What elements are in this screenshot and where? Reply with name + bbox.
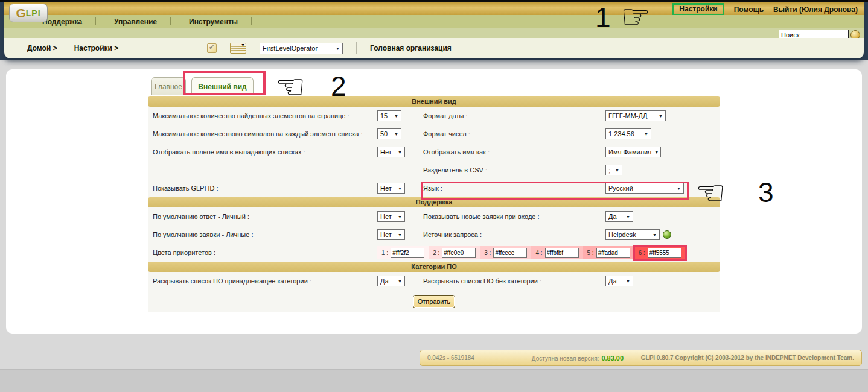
form-row: По умолчанию заявки - Личные : Нет Источ… [148,226,720,244]
priority-color-input-1[interactable] [391,248,424,258]
show-glpi-id-select[interactable]: Нет [377,183,405,194]
footer-new-version-number: 0.83.00 [601,355,624,362]
content-panel: Главное Внешний вид Внешний вид Максимал… [6,69,862,334]
priority-colors-label: Цвета приоритетов : [153,249,377,256]
field-label: Максимальное количество найденных элемен… [153,112,377,119]
footer-copyright: GLPI 0.80.7 Copyright (C) 2003-2012 by t… [641,355,854,361]
annotation-step-2: 2 [331,72,346,100]
glpi-logo-g: G [16,6,25,21]
request-source-select[interactable]: Helpdesk [605,229,660,240]
field-label: Отображать имя как : [423,148,605,156]
priority-swatch-6: 6 : [634,246,686,259]
field-label: По умолчанию ответ - Личный : [153,213,377,220]
entity-name: Головная организация [370,44,452,52]
name-display-select[interactable]: Имя Фамилия [605,147,661,157]
csv-separator-select[interactable]: ; [605,165,622,175]
menu-item-management[interactable]: Управление [109,17,170,26]
breadcrumb: Домой > Настройки > [27,44,118,52]
glpi-settings-page: Настройки Помощь Выйти (Юлия Дронова) По… [0,0,868,392]
submit-button[interactable]: Отправить [413,295,456,308]
menu-separator [251,17,252,25]
priority-colors-row: Цвета приоритетов : 1 : 2 : 3 : [148,244,720,262]
pointing-hand-left-icon: ☜ [275,70,305,104]
menu-separator [170,17,171,25]
list-limit-select[interactable]: 15 [377,110,401,121]
priority-color-input-3[interactable] [493,248,527,258]
menu-bar: Поддержка Управление Инструменты [4,15,864,28]
show-new-tickets-select[interactable]: Да [605,211,633,222]
field-label: Отображать полное имя в выпадающих списк… [153,148,377,156]
breadcrumb-settings[interactable]: Настройки > [74,44,119,52]
header-panel: Настройки Помощь Выйти (Юлия Дронова) По… [4,2,864,58]
priority-color-input-5[interactable] [596,248,630,258]
main-menu: Поддержка Управление Инструменты [37,17,265,26]
priority-color-input-2[interactable] [442,248,476,258]
text-limit-select[interactable]: 50 [377,128,401,139]
field-label: Показывать GLPI ID : [153,185,377,192]
check-icon[interactable] [207,43,217,53]
sub-bar [4,28,864,38]
field-label: Показывать новые заявки при входе : [423,213,605,220]
priority-color-input-6[interactable] [648,248,681,258]
bottom-strip [0,369,868,392]
field-label: Раскрывать список ПО принадлежащее катег… [153,277,377,285]
pointing-hand-right-icon: ☞ [621,0,651,34]
field-label: Формат чисел : [423,130,605,138]
field-label: Разделитель в CSV : [423,166,605,174]
private-tickets-select[interactable]: Нет [377,229,405,240]
settings-form: Внешний вид Максимальное количество найд… [148,96,720,312]
glpi-logo[interactable]: G LPI [9,4,48,22]
breadcrumb-home[interactable]: Домой > [27,44,57,52]
priority-swatch-4: 4 : [531,246,582,259]
tab-main[interactable]: Главное [151,77,186,95]
priority-swatch-2: 2 : [429,246,480,259]
priority-swatches: 1 : 2 : 3 : 4 : [377,246,720,259]
language-select[interactable]: Русский [605,183,684,194]
menu-separator [95,17,96,25]
section-header-helpdesk: Поддержка [148,197,720,207]
private-followup-select[interactable]: Нет [377,211,405,222]
priority-color-input-4[interactable] [545,248,579,258]
form-row: Раскрывать список ПО принадлежащее катег… [148,272,720,290]
annotation-step-3: 3 [758,179,774,206]
glpi-logo-text: LPI [26,8,41,18]
footer-version: Доступна новая версия:0.83.00 [532,355,624,362]
list-dropdown-icon[interactable] [230,43,246,54]
full-name-dropdown-select[interactable]: Нет [377,147,405,157]
field-label: По умолчанию заявки - Личные : [153,231,377,238]
request-source-edit-icon[interactable] [663,230,671,239]
priority-swatch-3: 3 : [480,246,531,259]
top-bar: Настройки Помощь Выйти (Юлия Дронова) [4,2,864,15]
language-label: Язык : [423,185,605,192]
footer-bar: 0.042s - 6519184 Доступна новая версия:0… [420,350,862,366]
field-label: Раскрывать список ПО без категории : [423,277,605,285]
footer-timing: 0.042s - 6519184 [427,355,474,361]
section-header-appearance: Внешний вид [148,96,720,107]
tab-appearance[interactable]: Внешний вид [191,77,254,95]
annotation-step-1: 1 [595,4,611,31]
logout-link[interactable]: Выйти (Юлия Дронова) [773,5,858,14]
field-label: Формат даты : [423,112,605,119]
breadcrumb-bar: Домой > Настройки > FirstLevelOperator Г… [4,38,864,58]
vertical-divider [356,42,357,54]
form-row-language: Показывать GLPI ID : Нет Язык : Русский [148,179,720,197]
software-category-expand-select[interactable]: Да [377,276,405,286]
profile-select[interactable]: FirstLevelOperator [260,43,343,54]
field-label: Источник запроса : [423,231,605,238]
number-format-select[interactable]: 1 234.56 [605,128,651,139]
form-row: Максимальное количествово символов на ка… [148,125,720,143]
form-row: Отображать полное имя в выпадающих списк… [148,143,720,161]
vertical-divider [465,42,465,54]
form-row: Максимальное количество найденных элемен… [148,107,720,125]
form-row: Разделитель в CSV : ; [148,161,720,179]
section-header-software: Категории ПО [148,262,720,272]
help-link[interactable]: Помощь [734,5,764,14]
menu-item-tools[interactable]: Инструменты [184,17,251,26]
settings-link[interactable]: Настройки [672,3,724,16]
software-no-category-expand-select[interactable]: Да [605,276,633,286]
priority-swatch-1: 1 : [377,246,429,259]
pointing-hand-left-icon: ☜ [695,176,726,210]
field-label: Максимальное количествово символов на ка… [153,130,377,138]
form-row: По умолчанию ответ - Личный : Нет Показы… [148,207,720,226]
date-format-select[interactable]: ГГГГ-ММ-ДД [605,110,666,121]
